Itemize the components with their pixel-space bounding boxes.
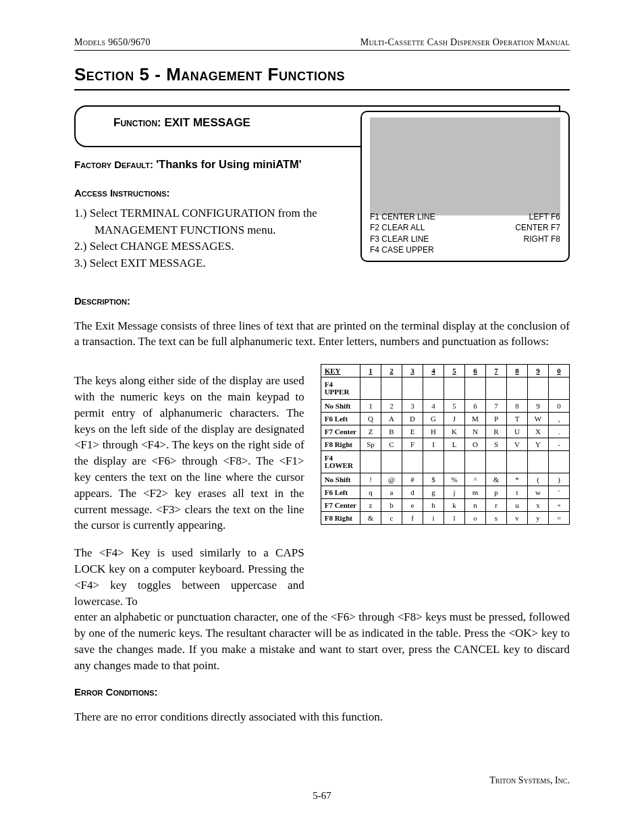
f8-label: RIGHT F8 bbox=[515, 234, 560, 244]
screen-left-labels: F1 CENTER LINE F2 CLEAR ALL F3 CLEAR LIN… bbox=[370, 211, 435, 255]
factory-value: 'Thanks for Using miniATM' bbox=[156, 158, 302, 170]
two-col-text: The keys along either side of the displa… bbox=[74, 361, 304, 609]
access-step-3-text: Select EXIT MESSAGE. bbox=[90, 257, 206, 269]
error-text: There are no error conditions directly a… bbox=[74, 709, 570, 725]
footer-page: 5-67 bbox=[74, 790, 570, 802]
error-heading: Error Conditions: bbox=[74, 686, 570, 698]
section-title: Section 5 - Management Functions bbox=[74, 64, 570, 85]
access-step-2: 2.) Select CHANGE MESSAGES. bbox=[74, 238, 365, 255]
screen-display-area bbox=[370, 118, 560, 215]
page: Models 9650/9670 Multi-Cassette Cash Dis… bbox=[0, 0, 644, 834]
f1-label: F1 CENTER LINE bbox=[370, 211, 435, 222]
access-step-1-text: Select TERMINAL CONFIGURATION from the M… bbox=[90, 207, 317, 236]
key-table-wrap: KEY1234567890F4UPPERNo Shift1234567890F6… bbox=[321, 361, 570, 525]
description-heading: Description: bbox=[74, 295, 570, 307]
f3-label: F3 CLEAR LINE bbox=[370, 234, 435, 244]
description-p3b: enter an alphabetic or punctuation chara… bbox=[74, 609, 570, 673]
screen-mock: F1 CENTER LINE F2 CLEAR ALL F3 CLEAR LIN… bbox=[360, 111, 570, 262]
running-header: Models 9650/9670 Multi-Cassette Cash Dis… bbox=[74, 37, 570, 48]
two-column-block: The keys along either side of the displa… bbox=[74, 361, 570, 609]
screen-fkey-labels: F1 CENTER LINE F2 CLEAR ALL F3 CLEAR LIN… bbox=[370, 211, 560, 255]
screen-right-labels: LEFT F6 CENTER F7 RIGHT F8 bbox=[515, 211, 560, 255]
description-p1: The Exit Message consists of three lines… bbox=[74, 318, 570, 350]
key-table: KEY1234567890F4UPPERNo Shift1234567890F6… bbox=[321, 364, 570, 525]
header-left: Models 9650/9670 bbox=[74, 37, 151, 48]
header-right: Multi-Cassette Cash Dispenser Operation … bbox=[360, 37, 570, 48]
access-step-2-text: Select CHANGE MESSAGES. bbox=[90, 240, 234, 253]
section-rule bbox=[74, 89, 570, 90]
footer: Triton Systems, Inc. 5-67 bbox=[74, 775, 570, 802]
factory-prefix: Factory Default: bbox=[74, 159, 156, 170]
f2-label: F2 CLEAR ALL bbox=[370, 222, 435, 233]
description-p2: The keys along either side of the displa… bbox=[74, 373, 304, 533]
f4-label: F4 CASE UPPER bbox=[370, 244, 435, 255]
header-rule bbox=[74, 50, 570, 51]
description-p3a: The <F4> Key is used similarly to a CAPS… bbox=[74, 545, 304, 609]
content-top: Function: EXIT MESSAGE F1 CENTER LINE F2… bbox=[74, 105, 570, 283]
function-value: EXIT MESSAGE bbox=[164, 116, 250, 129]
f6-label: LEFT F6 bbox=[515, 211, 560, 222]
footer-company: Triton Systems, Inc. bbox=[74, 775, 570, 786]
f7-label: CENTER F7 bbox=[515, 222, 560, 233]
screen-figure: F1 CENTER LINE F2 CLEAR ALL F3 CLEAR LIN… bbox=[360, 111, 570, 262]
function-prefix: Function: bbox=[113, 116, 164, 129]
